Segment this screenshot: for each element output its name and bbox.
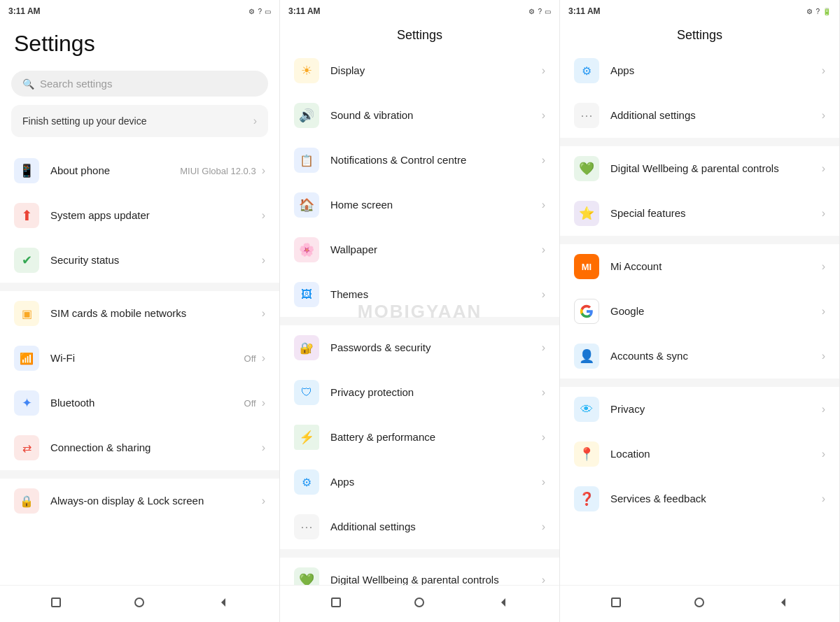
nav-home-2[interactable] — [411, 594, 428, 611]
list-item[interactable]: 🔐 Passwords & security › — [280, 325, 559, 370]
list-item[interactable]: ⚡ Battery & performance › — [280, 415, 559, 460]
list-item[interactable]: 🏠 Home screen › — [280, 183, 559, 227]
finish-setup-button[interactable]: Finish setting up your device › — [11, 105, 268, 137]
list-item[interactable]: ☀ Display › — [280, 48, 559, 93]
item-label: Mi Account — [610, 260, 822, 274]
list-item[interactable]: ⚙ Apps › — [560, 48, 839, 93]
item-label: Connection & sharing — [50, 441, 262, 455]
separator — [0, 283, 279, 291]
list-item[interactable]: ⋯ Additional settings › — [560, 93, 839, 138]
svg-marker-2 — [221, 598, 225, 607]
chevron-icon: › — [542, 199, 545, 211]
list-item[interactable]: ⭐ Special features › — [560, 191, 839, 236]
list-item[interactable]: ✦ Bluetooth Off › — [0, 381, 279, 425]
chevron-icon: › — [822, 207, 825, 220]
mi-text: MI — [582, 262, 592, 272]
location-icon: 📍 — [574, 441, 599, 467]
nav-square-3[interactable] — [608, 594, 624, 611]
list-item[interactable]: 👤 Accounts & sync › — [560, 334, 839, 379]
item-label: Special features — [610, 206, 822, 220]
separator — [560, 138, 839, 146]
nav-home-1[interactable] — [131, 594, 148, 611]
apps-icon: ⚙ — [294, 469, 319, 495]
search-bar[interactable]: 🔍 Search settings — [11, 71, 268, 97]
item-text: Wi-Fi — [50, 351, 244, 365]
list-item[interactable]: ⇄ Connection & sharing › — [0, 425, 279, 470]
list-item[interactable]: MI Mi Account › — [560, 244, 839, 289]
list-item[interactable]: 📍 Location › — [560, 432, 839, 476]
list-item[interactable]: ⬆ System apps updater › — [0, 193, 279, 238]
panel-1-content: Settings 🔍 Search settings Finish settin… — [0, 20, 279, 585]
display-icon: ☀ — [294, 58, 319, 83]
chevron-icon: › — [262, 397, 265, 409]
time-2: 3:11 AM — [288, 6, 321, 16]
google-icon — [574, 299, 599, 324]
item-label: SIM cards & mobile networks — [50, 306, 262, 320]
svg-rect-3 — [332, 598, 340, 607]
nav-square-2[interactable] — [328, 594, 344, 611]
list-item[interactable]: 🌸 Wallpaper › — [280, 227, 559, 272]
question-icon: ? — [258, 8, 262, 15]
list-item[interactable]: 💚 Digital Wellbeing & parental controls … — [280, 558, 559, 585]
nav-square-1[interactable] — [48, 594, 64, 611]
panel-1-header: Settings — [0, 20, 279, 71]
item-label: Themes — [330, 288, 542, 302]
chevron-icon: › — [262, 164, 265, 177]
list-item[interactable]: ❓ Services & feedback › — [560, 476, 839, 521]
item-label: Wallpaper — [330, 243, 542, 257]
wellbeing-icon: 💚 — [294, 567, 319, 585]
list-item[interactable]: 📋 Notifications & Control centre › — [280, 138, 559, 183]
sound-icon: 🔊 — [294, 103, 319, 128]
page-title-1: Settings — [14, 31, 265, 57]
list-item[interactable]: ✔ Security status › — [0, 238, 279, 283]
list-item[interactable]: 🛡 Privacy protection › — [280, 370, 559, 415]
separator — [560, 236, 839, 244]
list-item[interactable]: ⋯ Additional settings › — [280, 504, 559, 549]
list-item[interactable]: 📱 About phone MIUI Global 12.0.3 › — [0, 148, 279, 193]
chevron-icon: › — [822, 403, 825, 416]
gear-icon-3: ⚙ — [806, 8, 813, 15]
list-item[interactable]: 🔒 Always-on display & Lock screen › — [0, 479, 279, 523]
chevron-icon: › — [822, 64, 825, 77]
nav-back-3[interactable] — [775, 594, 792, 611]
nav-back-1[interactable] — [215, 594, 232, 611]
chevron-icon: › — [822, 448, 825, 460]
status-icons-1: ⚙ ? ▭ — [248, 8, 271, 15]
nav-home-3[interactable] — [691, 594, 708, 611]
chevron-icon: › — [262, 254, 265, 267]
list-item[interactable]: ▣ SIM cards & mobile networks › — [0, 291, 279, 336]
chevron-icon: › — [822, 305, 825, 318]
item-label: About phone — [50, 164, 180, 178]
svg-point-1 — [135, 598, 144, 607]
phone-icon: 📱 — [14, 158, 39, 183]
panel-2-content: ☀ Display › 🔊 Sound & vibration › 📋 Noti… — [280, 48, 559, 585]
list-item[interactable]: 👁 Privacy › — [560, 387, 839, 432]
panel-3: 3:11 AM ⚙ ? 🔋 Settings ⚙ Apps › ⋯ Additi… — [560, 0, 840, 622]
search-icon: 🔍 — [22, 78, 34, 90]
chevron-icon: › — [822, 109, 825, 122]
nav-bar-1 — [0, 585, 279, 622]
bluetooth-icon: ✦ — [14, 390, 39, 416]
list-item[interactable]: 🔊 Sound & vibration › — [280, 93, 559, 138]
list-item[interactable]: ⚙ Apps › — [280, 460, 559, 504]
item-right: › — [262, 441, 265, 454]
battery-perf-icon: ⚡ — [294, 425, 319, 450]
item-label: Home screen — [330, 198, 542, 212]
special-icon: ⭐ — [574, 201, 599, 226]
item-label: Bluetooth — [50, 396, 244, 410]
item-text: Always-on display & Lock screen — [50, 494, 262, 508]
list-item[interactable]: 💚 Digital Wellbeing & parental controls … — [560, 146, 839, 191]
chevron-icon: › — [262, 441, 265, 454]
list-item[interactable]: 🖼 Themes › — [280, 272, 559, 317]
addl-icon-3: ⋯ — [574, 103, 599, 128]
list-item[interactable]: Google › — [560, 289, 839, 334]
item-label: Privacy — [610, 402, 822, 416]
item-right: › — [262, 209, 265, 222]
svg-rect-0 — [52, 598, 60, 607]
item-label: System apps updater — [50, 208, 262, 222]
list-item[interactable]: 📶 Wi-Fi Off › — [0, 336, 279, 381]
nav-back-2[interactable] — [495, 594, 512, 611]
item-label: Additional settings — [610, 108, 822, 122]
chevron-icon: › — [262, 495, 265, 507]
item-label: Battery & performance — [330, 430, 542, 444]
